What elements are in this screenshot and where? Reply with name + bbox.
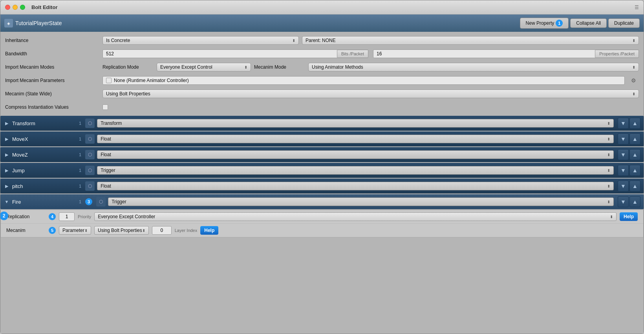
mecanim-params-row: Import Mecanim Parameters None (Runtime … bbox=[5, 75, 639, 86]
mecanim-params-settings[interactable]: ⚙ bbox=[628, 77, 639, 84]
compress-checkbox[interactable] bbox=[102, 104, 108, 110]
using-bolt-select[interactable]: Using Bolt Properties ⬍ bbox=[94, 226, 149, 235]
pitch-icon: ⬡ bbox=[85, 181, 95, 191]
maximize-button[interactable] bbox=[20, 5, 25, 10]
fire-expand[interactable]: ▼ bbox=[4, 199, 10, 204]
new-property-label: New Property bbox=[526, 20, 554, 26]
transform-expand[interactable]: ▶ bbox=[4, 121, 10, 126]
replication-mode-select[interactable]: Everyone Except Control ⬍ bbox=[157, 63, 251, 71]
fire-type-arrow: ⬍ bbox=[607, 200, 610, 204]
jump-type-select[interactable]: Trigger ⬍ bbox=[97, 166, 614, 175]
import-mecanim-modes-label: Import Mecanim Modes bbox=[5, 64, 99, 70]
window-menu-icon[interactable]: ☰ bbox=[635, 5, 639, 10]
movez-actions: ▼ ▲ bbox=[618, 149, 640, 160]
movex-name: MoveX bbox=[12, 136, 75, 142]
import-mecanim-params-label: Import Mecanim Parameters bbox=[5, 78, 99, 83]
bandwidth-label: Bandwidth bbox=[5, 51, 99, 57]
movez-up-btn[interactable]: ▲ bbox=[629, 149, 640, 160]
minimize-button[interactable] bbox=[13, 5, 18, 10]
replication-controller-select[interactable]: Everyone Except Controller ⬍ bbox=[94, 212, 617, 221]
pitch-type-select[interactable]: Float ⬍ bbox=[97, 182, 614, 190]
close-button[interactable] bbox=[5, 5, 10, 10]
inheritance-select[interactable]: Is Concrete ⬍ bbox=[102, 36, 299, 45]
duplicate-button[interactable]: Duplicate bbox=[608, 18, 640, 28]
properties-area: Inheritance Is Concrete ⬍ Parent: NONE ⬍… bbox=[0, 32, 644, 116]
bandwidth-bits-input[interactable] bbox=[103, 50, 337, 58]
fire-type: Trigger bbox=[112, 199, 126, 204]
parent-select[interactable]: Parent: NONE ⬍ bbox=[302, 36, 639, 45]
fire-header: ▼ Fire 1 3 ⬡ Trigger ⬍ ▼ ▲ bbox=[0, 194, 644, 209]
pitch-down-btn[interactable]: ▼ bbox=[618, 181, 629, 192]
inheritance-value: Is Concrete bbox=[106, 38, 130, 43]
transform-up-btn[interactable]: ▲ bbox=[629, 118, 640, 129]
mecanim-statewide-select[interactable]: Using Bolt Properties ⬍ bbox=[102, 89, 639, 98]
mecanim-statewide-value: Using Bolt Properties bbox=[106, 91, 150, 97]
replication-help-button[interactable]: Help bbox=[620, 212, 638, 221]
badge-5: 5 bbox=[49, 227, 56, 234]
layer-index-input[interactable] bbox=[152, 226, 172, 235]
priority-input[interactable] bbox=[59, 212, 75, 221]
transform-name: Transform bbox=[12, 120, 75, 126]
collapse-all-button[interactable]: Collapse All bbox=[570, 18, 607, 28]
mecanim-param-value: Parameter bbox=[62, 228, 84, 233]
pitch-header: ▶ pitch 1 ⬡ Float ⬍ ▼ ▲ bbox=[0, 179, 644, 193]
pitch-expand[interactable]: ▶ bbox=[4, 184, 10, 189]
replication-controller-value: Everyone Except Controller bbox=[98, 214, 155, 219]
mecanim-param-select[interactable]: Parameter ⬍ bbox=[59, 226, 91, 235]
jump-up-btn[interactable]: ▲ bbox=[629, 165, 640, 176]
window-controls bbox=[5, 5, 25, 10]
mecanim-mode-value: Using Animator Methods bbox=[312, 64, 363, 70]
fire-type-select[interactable]: Trigger ⬍ bbox=[108, 197, 614, 206]
pitch-up-btn[interactable]: ▲ bbox=[629, 181, 640, 192]
movez-header: ▶ MoveZ 1 ⬡ Float ⬍ ▼ ▲ bbox=[0, 147, 644, 162]
inheritance-row: Inheritance Is Concrete ⬍ Parent: NONE ⬍ bbox=[5, 35, 639, 46]
movez-down-btn[interactable]: ▼ bbox=[618, 149, 629, 160]
transform-item: ▶ Transform 1 ⬡ Transform ⬍ ▼ ▲ bbox=[0, 116, 644, 131]
jump-expand[interactable]: ▶ bbox=[4, 168, 10, 173]
jump-num: 1 bbox=[79, 168, 81, 173]
jump-type-arrow: ⬍ bbox=[607, 168, 610, 173]
movez-type-select[interactable]: Float ⬍ bbox=[97, 150, 614, 159]
movez-expand[interactable]: ▶ bbox=[4, 152, 10, 157]
transform-type-select[interactable]: Transform ⬍ bbox=[97, 119, 614, 128]
fire-down-btn[interactable]: ▼ bbox=[618, 196, 629, 207]
jump-type: Trigger bbox=[101, 168, 115, 173]
pitch-item: ▶ pitch 1 ⬡ Float ⬍ ▼ ▲ bbox=[0, 179, 644, 193]
movex-type-select[interactable]: Float ⬍ bbox=[97, 135, 614, 143]
mecanim-mode-label: Mecanim Mode bbox=[254, 64, 305, 70]
transform-down-btn[interactable]: ▼ bbox=[618, 118, 629, 129]
mecanim-param-arrow: ⬍ bbox=[84, 228, 88, 233]
movez-name: MoveZ bbox=[12, 152, 75, 158]
movex-item: ▶ MoveX 1 ⬡ Float ⬍ ▼ ▲ bbox=[0, 131, 644, 146]
jump-down-btn[interactable]: ▼ bbox=[618, 165, 629, 176]
movex-icon: ⬡ bbox=[85, 134, 95, 144]
bits-suffix: Bits /Packet bbox=[337, 50, 368, 57]
window-title: Bolt Editor bbox=[31, 4, 57, 10]
compress-label: Compress Instantiation Values bbox=[5, 104, 99, 110]
movez-type-arrow: ⬍ bbox=[607, 153, 610, 157]
fire-item: 2 ▼ Fire 1 3 ⬡ Trigger ⬍ ▼ ▲ bbox=[0, 194, 644, 237]
mecanim-statewide-label: Mecanim (State Wide) bbox=[5, 91, 99, 97]
new-property-button[interactable]: New Property 1 bbox=[520, 18, 569, 29]
mecanim-sub-label: Mecanim bbox=[6, 228, 46, 233]
movex-expand[interactable]: ▶ bbox=[4, 137, 10, 142]
state-name-label: TutorialPlayerState bbox=[15, 20, 62, 26]
movex-actions: ▼ ▲ bbox=[618, 133, 640, 144]
fire-up-btn[interactable]: ▲ bbox=[629, 196, 640, 207]
transform-type-arrow: ⬍ bbox=[607, 121, 610, 126]
mecanim-params-value: None (Runtime Animator Controller) bbox=[114, 78, 189, 83]
transform-type: Transform bbox=[101, 120, 122, 126]
mecanim-help-button[interactable]: Help bbox=[200, 226, 218, 235]
inheritance-arrow: ⬍ bbox=[292, 38, 295, 43]
mecanim-mode-select[interactable]: Using Animator Methods ⬍ bbox=[308, 63, 639, 71]
transform-num: 1 bbox=[79, 121, 81, 126]
mecanim-sub-row: Mecanim 5 Parameter ⬍ Using Bolt Propert… bbox=[1, 224, 643, 237]
jump-icon: ⬡ bbox=[85, 166, 95, 175]
mecanim-params-checkbox[interactable] bbox=[106, 78, 112, 83]
transform-actions: ▼ ▲ bbox=[618, 118, 640, 129]
bandwidth-props-input[interactable] bbox=[373, 50, 595, 58]
inheritance-label: Inheritance bbox=[5, 38, 99, 43]
state-icon: ◈ bbox=[4, 19, 13, 27]
movex-up-btn[interactable]: ▲ bbox=[629, 133, 640, 144]
movex-down-btn[interactable]: ▼ bbox=[618, 133, 629, 144]
